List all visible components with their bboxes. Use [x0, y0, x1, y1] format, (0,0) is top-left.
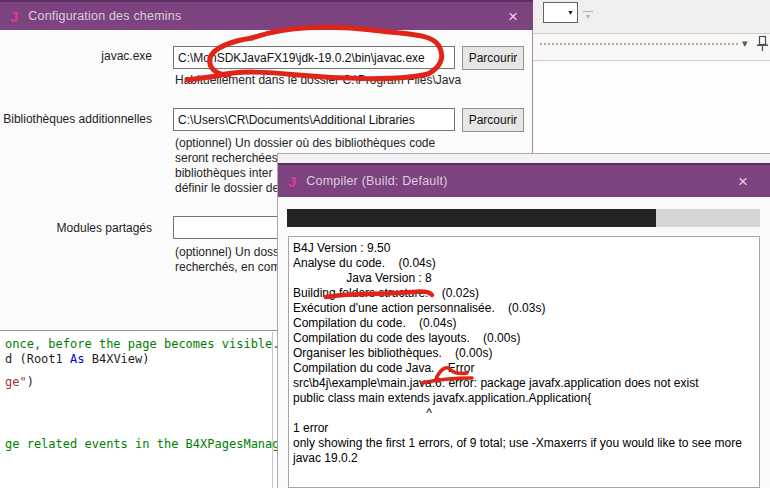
code-line: d (Root1 As B4XView): [5, 352, 150, 366]
editor-edge-divider: [272, 332, 273, 488]
code-token: d (Root1: [5, 352, 70, 366]
panel-grip[interactable]: [540, 43, 738, 45]
modules-help-line: recherchés, en com: [175, 260, 280, 274]
log-line: B4J Version : 9.50: [293, 241, 759, 256]
additional-libraries-input[interactable]: [173, 108, 455, 131]
log-line: Compilation du code Java. Error: [293, 361, 759, 376]
pin-icon[interactable]: [756, 35, 769, 56]
javac-label: javac.exe: [0, 49, 152, 63]
log-line: javac 19.0.2: [293, 451, 759, 466]
code-token: As: [70, 352, 84, 366]
log-line: ^: [293, 406, 759, 421]
log-line: Exécution d'une action personnalisée. (0…: [293, 301, 759, 316]
code-token: ge": [5, 375, 27, 389]
modules-help-line: (optionnel) Un doss: [175, 245, 279, 259]
javac-path-input[interactable]: [173, 46, 455, 69]
chevron-down-icon: ▼: [567, 9, 574, 16]
log-line: Organiser les bibliothèques. (0.00s): [293, 346, 759, 361]
overflow-arrow-icon: ▾: [583, 13, 593, 21]
paths-config-titlebar[interactable]: J Configuration des chemins ×: [0, 0, 533, 30]
b4j-logo-icon: J: [288, 173, 296, 190]
code-token: ): [27, 375, 34, 389]
log-line: Compilation du code. (0.04s): [293, 316, 759, 331]
close-icon[interactable]: ×: [738, 173, 748, 190]
close-icon[interactable]: ×: [508, 8, 518, 25]
compiler-titlebar[interactable]: J Compiler (Build: Default) ×: [278, 163, 770, 197]
log-line: Building folders structure. (0.02s): [293, 286, 759, 301]
ide-panel-background: [533, 61, 770, 161]
code-token: B4XView): [84, 352, 149, 366]
libs-help-line: bibliothèques inter: [175, 166, 272, 180]
compiler-log-output[interactable]: B4J Version : 9.50Analyse du code. (0.04…: [288, 236, 760, 488]
javac-help-text: Habituellement dans le dossier C:\Progra…: [175, 73, 461, 87]
log-line: Compilation du code des layouts. (0.00s): [293, 331, 759, 346]
libs-help-line: (optionnel) Un dossier où des bibliothèq…: [175, 136, 435, 150]
code-token: once, before the page becomes visible.: [5, 337, 280, 351]
b4j-ide-screen: ▼ ▾ ▾ once, before the page becomes visi…: [0, 0, 770, 488]
code-token: ge related events in the B4XPagesManage: [5, 437, 287, 451]
logs-panel-header: [533, 34, 770, 61]
browse-libraries-button[interactable]: Parcourir: [462, 108, 524, 132]
log-line: src\b4j\example\main.java:6: error: pack…: [293, 376, 759, 391]
log-line: only showing the first 1 errors, of 9 to…: [293, 436, 759, 451]
shared-modules-label: Modules partagés: [0, 221, 152, 235]
compiler-title: Compiler (Build: Default): [306, 174, 447, 188]
code-line: ge related events in the B4XPagesManage: [5, 437, 287, 451]
log-line: Analyse du code. (0.04s): [293, 256, 759, 271]
paths-config-title: Configuration des chemins: [28, 9, 181, 23]
browse-javac-button[interactable]: Parcourir: [462, 46, 524, 70]
log-line: 1 error: [293, 421, 759, 436]
compile-progress-bar: [287, 209, 760, 227]
log-line: public class main extends javafx.applica…: [293, 391, 759, 406]
b4j-logo-icon: J: [10, 8, 18, 25]
toolbar-overflow-icon[interactable]: ▾: [583, 11, 593, 21]
toolbar-combobox[interactable]: ▼: [543, 2, 578, 23]
log-line: Java Version : 8: [293, 271, 759, 286]
code-line: once, before the page becomes visible.: [5, 337, 280, 351]
code-line: ge"): [5, 375, 34, 389]
compile-progress-fill: [287, 209, 656, 227]
libs-help-line: définir le dossier de: [175, 181, 279, 195]
additional-libraries-label: Bibliothèques additionnelles: [0, 112, 152, 126]
panel-dropdown-icon[interactable]: ▾: [742, 38, 748, 49]
